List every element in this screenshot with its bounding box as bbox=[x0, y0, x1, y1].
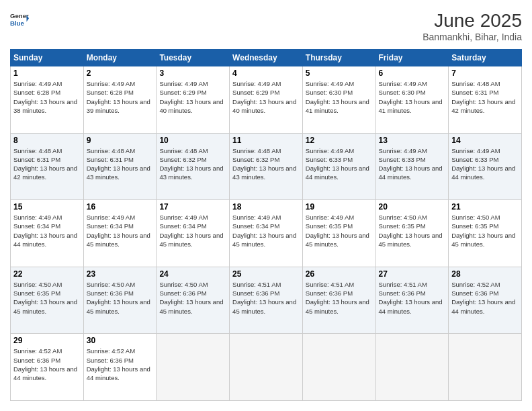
logo: General Blue bbox=[10, 10, 29, 29]
col-monday: Monday bbox=[83, 50, 157, 66]
table-row: 4Sunrise: 4:49 AMSunset: 6:29 PMDaylight… bbox=[230, 66, 303, 134]
calendar-week-row: 8Sunrise: 4:48 AMSunset: 6:31 PMDaylight… bbox=[11, 133, 522, 200]
col-thursday: Thursday bbox=[302, 50, 375, 66]
table-row: 1Sunrise: 4:49 AMSunset: 6:28 PMDaylight… bbox=[11, 66, 84, 134]
table-row: 16Sunrise: 4:49 AMSunset: 6:34 PMDayligh… bbox=[83, 200, 157, 267]
table-row bbox=[302, 334, 375, 401]
title-block: June 2025 Banmankhi, Bihar, India bbox=[423, 10, 522, 42]
col-sunday: Sunday bbox=[11, 50, 84, 66]
table-row: 19Sunrise: 4:49 AMSunset: 6:35 PMDayligh… bbox=[302, 200, 375, 267]
svg-text:Blue: Blue bbox=[10, 19, 24, 27]
month-title: June 2025 bbox=[423, 10, 522, 32]
table-row: 28Sunrise: 4:52 AMSunset: 6:36 PMDayligh… bbox=[449, 267, 522, 334]
calendar-week-row: 15Sunrise: 4:49 AMSunset: 6:34 PMDayligh… bbox=[11, 200, 522, 267]
table-row: 22Sunrise: 4:50 AMSunset: 6:35 PMDayligh… bbox=[11, 267, 84, 334]
svg-text:General: General bbox=[10, 12, 29, 19]
table-row: 26Sunrise: 4:51 AMSunset: 6:36 PMDayligh… bbox=[302, 267, 375, 334]
table-row: 6Sunrise: 4:49 AMSunset: 6:30 PMDaylight… bbox=[375, 66, 449, 134]
table-row: 24Sunrise: 4:50 AMSunset: 6:36 PMDayligh… bbox=[157, 267, 230, 334]
table-row: 2Sunrise: 4:49 AMSunset: 6:28 PMDaylight… bbox=[83, 66, 157, 134]
table-row: 7Sunrise: 4:48 AMSunset: 6:31 PMDaylight… bbox=[449, 66, 522, 134]
table-row: 27Sunrise: 4:51 AMSunset: 6:36 PMDayligh… bbox=[375, 267, 449, 334]
table-row: 29Sunrise: 4:52 AMSunset: 6:36 PMDayligh… bbox=[11, 334, 84, 401]
table-row: 10Sunrise: 4:48 AMSunset: 6:32 PMDayligh… bbox=[157, 133, 230, 200]
table-row: 12Sunrise: 4:49 AMSunset: 6:33 PMDayligh… bbox=[302, 133, 375, 200]
calendar-table: Sunday Monday Tuesday Wednesday Thursday… bbox=[10, 49, 522, 401]
col-saturday: Saturday bbox=[449, 50, 522, 66]
table-row bbox=[375, 334, 449, 401]
table-row: 23Sunrise: 4:50 AMSunset: 6:36 PMDayligh… bbox=[83, 267, 157, 334]
calendar-week-row: 29Sunrise: 4:52 AMSunset: 6:36 PMDayligh… bbox=[11, 334, 522, 401]
table-row: 8Sunrise: 4:48 AMSunset: 6:31 PMDaylight… bbox=[11, 133, 84, 200]
table-row: 3Sunrise: 4:49 AMSunset: 6:29 PMDaylight… bbox=[157, 66, 230, 134]
location-subtitle: Banmankhi, Bihar, India bbox=[423, 32, 522, 42]
calendar-header-row: Sunday Monday Tuesday Wednesday Thursday… bbox=[11, 50, 522, 66]
table-row: 30Sunrise: 4:52 AMSunset: 6:36 PMDayligh… bbox=[83, 334, 157, 401]
col-wednesday: Wednesday bbox=[230, 50, 303, 66]
table-row bbox=[449, 334, 522, 401]
table-row: 20Sunrise: 4:50 AMSunset: 6:35 PMDayligh… bbox=[375, 200, 449, 267]
calendar-week-row: 22Sunrise: 4:50 AMSunset: 6:35 PMDayligh… bbox=[11, 267, 522, 334]
table-row: 21Sunrise: 4:50 AMSunset: 6:35 PMDayligh… bbox=[449, 200, 522, 267]
table-row: 9Sunrise: 4:48 AMSunset: 6:31 PMDaylight… bbox=[83, 133, 157, 200]
table-row: 14Sunrise: 4:49 AMSunset: 6:33 PMDayligh… bbox=[449, 133, 522, 200]
col-friday: Friday bbox=[375, 50, 449, 66]
table-row: 13Sunrise: 4:49 AMSunset: 6:33 PMDayligh… bbox=[375, 133, 449, 200]
table-row: 15Sunrise: 4:49 AMSunset: 6:34 PMDayligh… bbox=[11, 200, 84, 267]
table-row: 18Sunrise: 4:49 AMSunset: 6:34 PMDayligh… bbox=[230, 200, 303, 267]
table-row: 5Sunrise: 4:49 AMSunset: 6:30 PMDaylight… bbox=[302, 66, 375, 134]
table-row bbox=[230, 334, 303, 401]
header: General Blue June 2025 Banmankhi, Bihar,… bbox=[10, 10, 522, 42]
calendar-week-row: 1Sunrise: 4:49 AMSunset: 6:28 PMDaylight… bbox=[11, 66, 522, 134]
table-row: 17Sunrise: 4:49 AMSunset: 6:34 PMDayligh… bbox=[157, 200, 230, 267]
table-row: 11Sunrise: 4:48 AMSunset: 6:32 PMDayligh… bbox=[230, 133, 303, 200]
generalblue-logo-icon: General Blue bbox=[10, 10, 29, 29]
page: General Blue June 2025 Banmankhi, Bihar,… bbox=[0, 0, 532, 411]
col-tuesday: Tuesday bbox=[157, 50, 230, 66]
table-row bbox=[157, 334, 230, 401]
table-row: 25Sunrise: 4:51 AMSunset: 6:36 PMDayligh… bbox=[230, 267, 303, 334]
